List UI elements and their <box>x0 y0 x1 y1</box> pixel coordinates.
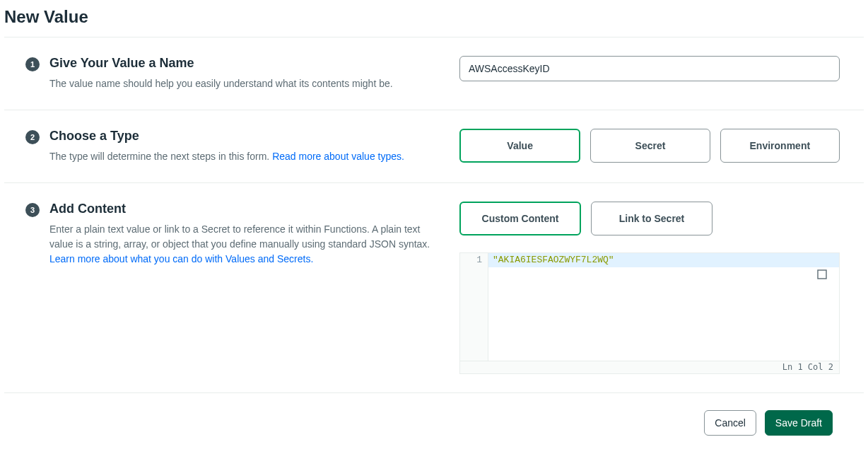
code-string: "AKIA6IESFAOZWYF7L2WQ" <box>493 255 614 265</box>
step-2-desc-text: The type will determine the next steps i… <box>49 151 272 162</box>
footer-actions: Cancel Save Draft <box>4 393 864 453</box>
line-number: 1 <box>460 255 482 265</box>
custom-content-button[interactable]: Custom Content <box>459 202 581 235</box>
expand-icon[interactable] <box>816 269 828 280</box>
page-title: New Value <box>4 0 864 37</box>
type-environment-button[interactable]: Environment <box>720 129 840 163</box>
cancel-button[interactable]: Cancel <box>704 410 756 436</box>
type-value-button[interactable]: Value <box>459 129 580 163</box>
step-3-heading: Add Content <box>49 202 442 216</box>
step-1-heading: Give Your Value a Name <box>49 56 393 71</box>
step-1-badge: 1 <box>25 57 40 71</box>
step-3-section: 3 Add Content Enter a plain text value o… <box>4 183 864 392</box>
step-3-desc-text: Enter a plain text value or link to a Se… <box>49 223 430 250</box>
step-3-desc: Enter a plain text value or link to a Se… <box>49 222 442 267</box>
svg-rect-0 <box>818 270 826 279</box>
editor-gutter: 1 <box>460 253 488 361</box>
type-secret-button[interactable]: Secret <box>590 129 710 163</box>
save-draft-button[interactable]: Save Draft <box>765 410 833 436</box>
link-to-secret-button[interactable]: Link to Secret <box>591 202 712 235</box>
value-name-input[interactable] <box>459 56 840 81</box>
learn-more-values-secrets-link[interactable]: Learn more about what you can do with Va… <box>49 253 313 264</box>
step-2-desc: The type will determine the next steps i… <box>49 149 404 164</box>
code-editor[interactable]: 1 "AKIA6IESFAOZWYF7L2WQ" Ln 1 Col 2 <box>459 252 840 374</box>
editor-content-area[interactable]: "AKIA6IESFAOZWYF7L2WQ" <box>488 253 839 361</box>
step-1-section: 1 Give Your Value a Name The value name … <box>4 37 864 110</box>
step-3-badge: 3 <box>25 203 40 217</box>
editor-status-bar: Ln 1 Col 2 <box>460 361 839 373</box>
step-1-desc: The value name should help you easily un… <box>49 76 393 91</box>
step-2-heading: Choose a Type <box>49 129 404 144</box>
read-more-value-types-link[interactable]: Read more about value types. <box>272 151 404 162</box>
step-2-badge: 2 <box>25 130 40 144</box>
step-2-section: 2 Choose a Type The type will determine … <box>4 110 864 182</box>
